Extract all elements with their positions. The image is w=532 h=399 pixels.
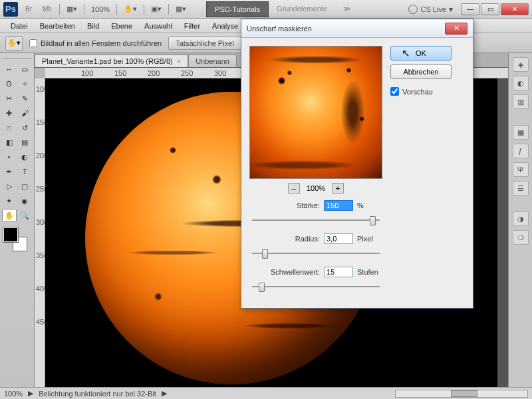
history-brush-tool[interactable]: ↺ xyxy=(18,121,33,134)
strength-input[interactable] xyxy=(324,200,353,211)
threshold-slider[interactable] xyxy=(252,281,380,292)
strength-slider[interactable] xyxy=(252,215,380,225)
threshold-unit: Stufen xyxy=(357,268,382,276)
scroll-all-windows-checkbox[interactable]: Bildlauf in allen Fenstern durchführen xyxy=(29,39,162,47)
preview-checkbox[interactable]: Vorschau xyxy=(390,87,452,96)
strength-unit: % xyxy=(357,201,382,209)
lasso-tool[interactable]: ʘ xyxy=(2,77,17,90)
dialog-titlebar[interactable]: Unscharf maskieren ✕ xyxy=(241,19,473,38)
cslive-button[interactable]: CS Live ▾ xyxy=(408,5,453,14)
cursor-icon: ↖ xyxy=(402,47,410,59)
shape-tool[interactable]: ▢ xyxy=(18,180,33,193)
eyedropper-tool[interactable]: ✎ xyxy=(18,92,33,105)
titlebar: Ps Br Mb ▦▾ 100% ✋▾ ▣▾ ▦▾ PSD-Tutorials … xyxy=(0,0,532,19)
separator xyxy=(116,4,117,15)
view-layout-dropdown[interactable]: ▦▾ xyxy=(64,3,80,15)
workspace-more[interactable]: ≫ xyxy=(335,1,359,17)
current-tool-icon[interactable]: ✋▾ xyxy=(5,36,23,51)
separator xyxy=(59,4,60,15)
pen-tool[interactable]: ✒ xyxy=(2,165,17,178)
hand-dropdown[interactable]: ✋▾ xyxy=(121,3,140,15)
screen-mode-dropdown[interactable]: ▣▾ xyxy=(148,3,164,15)
status-bar: 100% ▶ Belichtung funktioniert nur bei 3… xyxy=(0,387,532,399)
eraser-tool[interactable]: ◧ xyxy=(2,136,17,149)
zoom-tool[interactable]: 🔍 xyxy=(18,209,32,222)
marquee-tool[interactable]: ▭ xyxy=(18,63,33,76)
hand-tool[interactable]: ✋ xyxy=(2,209,17,222)
menu-bearbeiten[interactable]: Bearbeiten xyxy=(35,20,80,32)
unsharp-mask-dialog: Unscharf maskieren ✕ – 100% + Stärke: % … xyxy=(241,19,473,309)
extras-dropdown[interactable]: ▦▾ xyxy=(173,3,189,15)
zoom-dropdown[interactable]: 100% xyxy=(88,4,112,15)
radius-label: Radius: xyxy=(295,235,320,243)
bridge-shortcut[interactable]: Br xyxy=(22,4,35,14)
right-dock: ◈ ◐ ▥ ▦ ƒ Ψ ☰ ◑ ❍ xyxy=(508,53,532,387)
healing-tool[interactable]: ✚ xyxy=(2,106,17,120)
separator xyxy=(84,4,84,15)
path-tool[interactable]: ▷ xyxy=(2,180,17,193)
color-swatches[interactable] xyxy=(2,227,29,251)
gradient-tool[interactable]: ▤ xyxy=(18,136,33,149)
panel-info-icon[interactable]: ❍ xyxy=(513,230,529,245)
stamp-tool[interactable]: ⏍ xyxy=(2,121,17,134)
type-tool[interactable]: T xyxy=(18,165,33,178)
3d-camera-tool[interactable]: ◉ xyxy=(18,194,33,207)
workspace-tab-grundelemente[interactable]: Grundelemente xyxy=(269,1,335,17)
workspace-tab-psdtutorials[interactable]: PSD-Tutorials xyxy=(206,1,269,17)
radius-unit: Pixel xyxy=(357,235,382,243)
close-icon[interactable]: × xyxy=(177,57,181,65)
dodge-tool[interactable]: ◐ xyxy=(18,150,33,164)
separator xyxy=(168,4,169,15)
document-tab-active[interactable]: Planet_Variante1.psd bei 100% (RGB/8)× xyxy=(35,55,188,67)
menu-datei[interactable]: Datei xyxy=(5,20,33,32)
radius-input[interactable] xyxy=(324,233,353,244)
document-tab-other[interactable]: Unbenann xyxy=(188,55,237,67)
brush-tool[interactable]: 🖌 xyxy=(18,106,33,120)
menu-filter[interactable]: Filter xyxy=(179,20,205,32)
zoom-percent: 100% xyxy=(307,184,325,192)
radius-slider[interactable] xyxy=(252,248,380,259)
minibridge-shortcut[interactable]: Mb xyxy=(39,4,55,14)
3d-tool[interactable]: ✦ xyxy=(2,194,17,207)
separator xyxy=(144,4,144,15)
panel-paragraph-icon[interactable]: ☰ xyxy=(513,181,529,196)
crop-tool[interactable]: ✂ xyxy=(2,92,17,105)
app-logo: Ps xyxy=(3,2,18,17)
menu-ebene[interactable]: Ebene xyxy=(106,20,138,32)
move-tool[interactable]: ↔ xyxy=(2,63,17,76)
status-zoom[interactable]: 100% xyxy=(4,390,23,398)
panel-swatches-icon[interactable]: ▦ xyxy=(513,125,529,140)
ruler-vertical[interactable]: 100150200250300350400450 xyxy=(35,78,45,387)
panel-adjustments-icon[interactable]: ▥ xyxy=(513,94,529,109)
panel-history-icon[interactable]: ◑ xyxy=(513,211,529,226)
threshold-input[interactable] xyxy=(324,267,353,277)
menu-bild[interactable]: Bild xyxy=(82,20,104,32)
threshold-label: Schwellenwert: xyxy=(271,268,320,276)
menu-analyse[interactable]: Analyse xyxy=(207,20,243,32)
dialog-close-button[interactable]: ✕ xyxy=(445,23,467,35)
panel-styles-icon[interactable]: ƒ xyxy=(513,144,529,158)
wand-tool[interactable]: ✧ xyxy=(18,77,33,90)
strength-label: Stärke: xyxy=(297,201,320,209)
panel-color-icon[interactable]: ◐ xyxy=(513,76,529,90)
window-close-button[interactable]: ✕ xyxy=(501,3,529,15)
cancel-button[interactable]: Abbrechen xyxy=(390,65,452,79)
window-minimize-button[interactable]: — xyxy=(461,3,479,15)
zoom-out-button[interactable]: – xyxy=(288,183,300,194)
blur-tool[interactable]: ∘ xyxy=(2,150,17,164)
horizontal-scrollbar[interactable] xyxy=(395,390,528,398)
panel-layers-icon[interactable]: ◈ xyxy=(513,57,529,72)
dialog-title: Unscharf maskieren xyxy=(247,25,312,33)
menu-auswahl[interactable]: Auswahl xyxy=(139,20,178,32)
toolbox: ↔▭ ʘ✧ ✂✎ ✚🖌 ⏍↺ ◧▤ ∘◐ ✒T ▷▢ ✦◉ ✋🔍 xyxy=(0,53,35,387)
panel-character-icon[interactable]: Ψ xyxy=(513,162,529,177)
window-maximize-button[interactable]: ▭ xyxy=(481,3,499,15)
zoom-in-button[interactable]: + xyxy=(332,183,344,194)
actual-pixels-button[interactable]: Tatsächliche Pixel xyxy=(168,37,241,50)
filter-preview[interactable] xyxy=(249,46,382,179)
ok-button[interactable]: OK↖ xyxy=(390,46,452,61)
status-message: Belichtung funktioniert nur bei 32-Bit xyxy=(39,390,156,398)
